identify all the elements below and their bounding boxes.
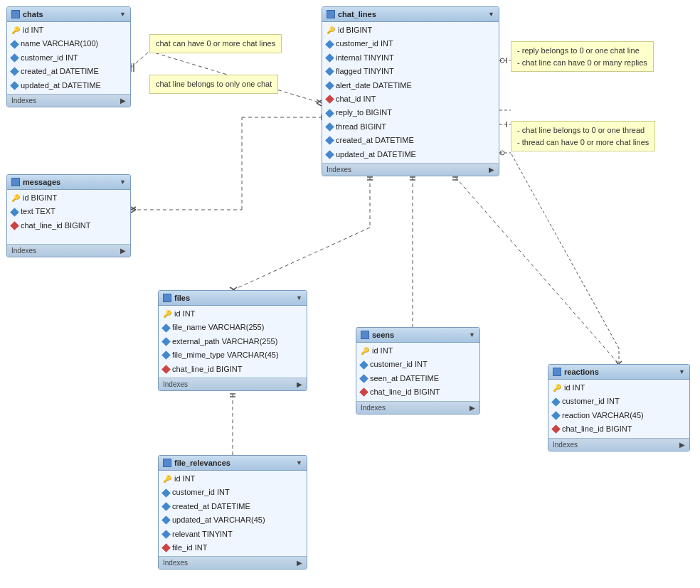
field-chat-lines-created-at: created_at DATETIME — [322, 134, 499, 147]
field-seens-customer-id: customer_id INT — [356, 358, 479, 371]
annotation-reply-line2: - chat line can have 0 or many replies — [517, 57, 647, 69]
table-file-relevances-icon — [163, 459, 171, 467]
diamond-blue-icon — [161, 324, 171, 333]
diamond-blue-icon — [359, 360, 368, 370]
table-chats-body: 🔑 id INT name VARCHAR(100) customer_id I… — [7, 22, 130, 94]
annotation-chat-line-belongs: chat line belongs to only one chat — [149, 75, 278, 94]
field-reactions-id: 🔑 id INT — [548, 381, 689, 395]
table-chats-name: chats — [23, 10, 43, 18]
table-chats-header[interactable]: chats ▼ — [7, 7, 130, 22]
indexes-label: Indexes — [163, 380, 188, 388]
diamond-red-icon — [325, 95, 334, 104]
table-messages-header[interactable]: messages ▼ — [7, 175, 130, 190]
table-file-relevances-dropdown[interactable]: ▼ — [296, 459, 302, 466]
table-seens-body: 🔑 id INT customer_id INT seen_at DATETIM… — [356, 343, 479, 401]
field-seens-seen-at: seen_at DATETIME — [356, 372, 479, 385]
field-files-file-name: file_name VARCHAR(255) — [159, 321, 307, 334]
field-chats-updated-at: updated_at DATETIME — [7, 79, 130, 92]
table-file-relevances-name: file_relevances — [174, 459, 230, 467]
indexes-label: Indexes — [327, 166, 351, 173]
table-file-relevances-footer[interactable]: Indexes ▶ — [159, 556, 307, 569]
table-chats[interactable]: chats ▼ 🔑 id INT name VARCHAR(100) custo… — [6, 6, 131, 107]
table-file-relevances-header[interactable]: file_relevances ▼ — [159, 456, 307, 471]
table-reactions-dropdown[interactable]: ▼ — [679, 368, 685, 375]
indexes-label: Indexes — [163, 559, 188, 567]
table-chat-lines[interactable]: chat_lines ▼ 🔑 id BIGINT customer_id INT… — [322, 6, 499, 176]
table-seens-dropdown[interactable]: ▼ — [469, 331, 475, 338]
indexes-arrow[interactable]: ▶ — [679, 441, 685, 449]
table-files-dropdown[interactable]: ▼ — [296, 294, 302, 301]
table-seens[interactable]: seens ▼ 🔑 id INT customer_id INT seen_at… — [356, 327, 480, 415]
table-messages-dropdown[interactable]: ▼ — [120, 178, 126, 186]
table-files-footer[interactable]: Indexes ▶ — [159, 378, 307, 390]
svg-line-11 — [131, 207, 136, 210]
diamond-blue-icon — [161, 337, 171, 346]
diamond-blue-icon — [325, 150, 334, 159]
table-messages-body: 🔑 id BIGINT text TEXT chat_line_id BIGIN… — [7, 190, 130, 244]
diamond-blue-icon — [10, 81, 19, 90]
field-files-external-path: external_path VARCHAR(255) — [159, 335, 307, 348]
field-chat-lines-updated-at: updated_at DATETIME — [322, 148, 499, 161]
svg-line-10 — [131, 207, 136, 210]
diamond-blue-icon — [161, 502, 171, 511]
field-chat-lines-id: 🔑 id BIGINT — [322, 23, 499, 37]
field-file-relevances-created-at: created_at DATETIME — [159, 500, 307, 513]
diamond-blue-icon — [325, 67, 334, 76]
table-files-icon — [163, 294, 171, 302]
indexes-arrow[interactable]: ▶ — [120, 247, 126, 255]
table-reactions-name: reactions — [564, 368, 599, 376]
table-files-header[interactable]: files ▼ — [159, 291, 307, 306]
diamond-blue-icon — [325, 136, 334, 145]
indexes-arrow[interactable]: ▶ — [297, 380, 302, 388]
diamond-red-icon — [161, 543, 171, 552]
table-reactions-header[interactable]: reactions ▼ — [548, 365, 689, 380]
field-chat-lines-reply-to: reply_to BIGINT — [322, 106, 499, 119]
table-chat-lines-header[interactable]: chat_lines ▼ — [322, 7, 499, 22]
field-files-id: 🔑 id INT — [159, 307, 307, 321]
table-seens-icon — [361, 331, 369, 339]
table-seens-footer[interactable]: Indexes ▶ — [356, 401, 479, 414]
diamond-blue-icon — [551, 411, 561, 420]
indexes-arrow[interactable]: ▶ — [470, 404, 475, 412]
field-chat-lines-chat-id: chat_id INT — [322, 92, 499, 106]
key-icon: 🔑 — [163, 309, 171, 319]
diamond-blue-icon — [10, 40, 19, 49]
diamond-blue-icon — [161, 515, 171, 525]
field-messages-id: 🔑 id BIGINT — [7, 191, 130, 205]
field-chat-lines-flagged: flagged TINYINT — [322, 65, 499, 78]
table-reactions[interactable]: reactions ▼ 🔑 id INT customer_id INT rea… — [548, 364, 690, 451]
table-file-relevances[interactable]: file_relevances ▼ 🔑 id INT customer_id I… — [158, 455, 307, 570]
annotation-thread-line1: - chat line belongs to 0 or one thread — [517, 124, 649, 137]
field-chats-id: 🔑 id INT — [7, 23, 130, 37]
indexes-arrow[interactable]: ▶ — [297, 559, 302, 567]
annotation-thread-line2: - thread can have 0 or more chat lines — [517, 137, 649, 149]
table-seens-name: seens — [372, 331, 394, 339]
table-chat-lines-dropdown[interactable]: ▼ — [488, 11, 494, 18]
diamond-blue-icon — [161, 351, 171, 360]
table-files-body: 🔑 id INT file_name VARCHAR(255) external… — [159, 306, 307, 378]
svg-line-5 — [317, 100, 322, 103]
field-files-mime-type: file_mime_type VARCHAR(45) — [159, 348, 307, 362]
field-chats-created-at: created_at DATETIME — [7, 65, 130, 78]
annotation-reply-line1: - reply belongs to 0 or one chat line — [517, 45, 647, 57]
table-messages[interactable]: messages ▼ 🔑 id BIGINT text TEXT chat_li… — [6, 174, 131, 257]
table-messages-footer[interactable]: Indexes ▶ — [7, 244, 130, 257]
table-files[interactable]: files ▼ 🔑 id INT file_name VARCHAR(255) … — [158, 290, 307, 391]
table-chat-lines-body: 🔑 id BIGINT customer_id INT internal TIN… — [322, 22, 499, 163]
indexes-arrow[interactable]: ▶ — [489, 166, 494, 173]
diamond-blue-icon — [325, 81, 334, 90]
table-chat-lines-footer[interactable]: Indexes ▶ — [322, 163, 499, 176]
field-chat-lines-thread: thread BIGINT — [322, 120, 499, 134]
indexes-arrow[interactable]: ▶ — [120, 97, 126, 105]
table-reactions-footer[interactable]: Indexes ▶ — [548, 438, 689, 451]
indexes-label: Indexes — [553, 441, 578, 449]
field-seens-id: 🔑 id INT — [356, 344, 479, 358]
table-seens-header[interactable]: seens ▼ — [356, 328, 479, 343]
table-chats-footer[interactable]: Indexes ▶ — [7, 94, 130, 107]
table-messages-name: messages — [23, 178, 60, 186]
table-chat-lines-name: chat_lines — [338, 10, 376, 18]
table-files-name: files — [174, 294, 190, 302]
table-chats-dropdown[interactable]: ▼ — [120, 11, 126, 18]
field-file-relevances-updated-at: updated_at VARCHAR(45) — [159, 513, 307, 527]
svg-line-4 — [317, 100, 322, 103]
